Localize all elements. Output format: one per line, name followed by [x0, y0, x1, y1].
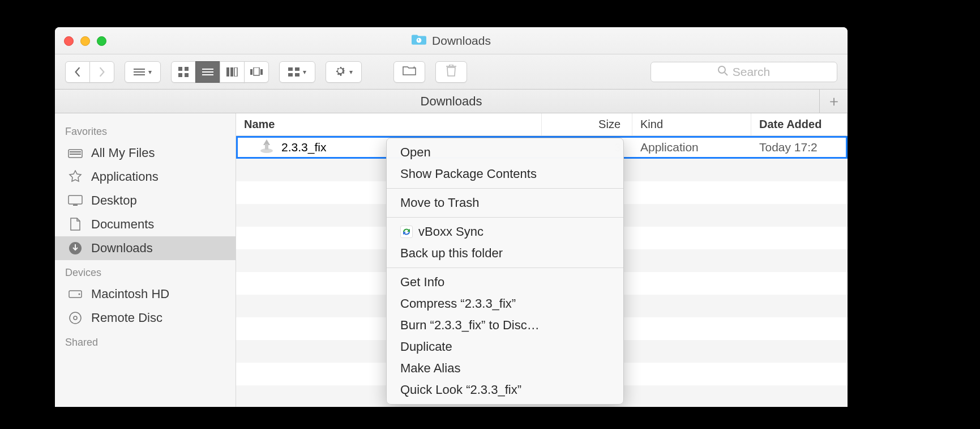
svg-line-23	[725, 73, 727, 75]
sidebar-item-downloads[interactable]: Downloads	[55, 236, 236, 260]
svg-point-32	[70, 312, 81, 324]
forward-button[interactable]	[89, 61, 114, 83]
sidebar-item-label: Documents	[91, 217, 154, 232]
svg-rect-6	[178, 73, 182, 77]
coverflow-view-button[interactable]	[244, 61, 269, 83]
all-my-files-icon	[67, 146, 83, 160]
svg-rect-19	[288, 73, 293, 77]
hard-drive-icon	[67, 287, 83, 301]
application-icon	[259, 138, 275, 157]
plus-icon: ＋	[827, 91, 841, 111]
search-field[interactable]: Search	[651, 62, 837, 82]
file-name: 2.3.3_fix	[281, 141, 326, 154]
traffic-lights	[64, 36, 106, 46]
sidebar-item-label: All My Files	[91, 146, 155, 160]
finder-window: Downloads ▾ ▾ ▾ +	[55, 27, 848, 407]
applications-icon	[67, 170, 83, 184]
sidebar-item-label: Macintosh HD	[91, 287, 169, 301]
zoom-button[interactable]	[97, 36, 106, 46]
share-dropdown[interactable]: ▾	[279, 61, 315, 83]
svg-rect-20	[295, 73, 299, 77]
column-view-button[interactable]	[220, 61, 245, 83]
column-date-added[interactable]: Date Added	[751, 113, 848, 135]
window-title: Downloads	[412, 33, 491, 48]
svg-rect-16	[260, 69, 263, 75]
list-view-button[interactable]	[195, 61, 220, 83]
svg-rect-17	[288, 67, 293, 71]
sidebar-item-all-my-files[interactable]: All My Files	[55, 141, 236, 165]
file-rows: 2.3.3_fix 3 Application Today 17:2	[236, 136, 848, 407]
chevron-down-icon: ▾	[148, 68, 152, 76]
svg-rect-4	[178, 67, 182, 71]
disc-icon	[67, 311, 83, 325]
menu-separator	[387, 267, 623, 268]
menu-vboxx-sync[interactable]: vBoxx Sync	[387, 221, 623, 243]
svg-rect-13	[234, 67, 237, 77]
folder-plus-icon: +	[403, 66, 416, 78]
menu-burn-to-disc[interactable]: Burn “2.3.3_fix” to Disc…	[387, 315, 623, 336]
arrange-dropdown[interactable]: ▾	[125, 61, 161, 83]
sync-icon	[400, 226, 413, 238]
menu-separator	[387, 217, 623, 218]
column-kind[interactable]: Kind	[632, 113, 751, 135]
file-list: Name Size Kind Date Added 2.3.3_fix 3 Ap…	[236, 113, 848, 407]
menu-separator	[387, 188, 623, 189]
svg-rect-5	[185, 67, 189, 71]
svg-rect-7	[185, 73, 189, 77]
sidebar-header-devices: Devices	[55, 260, 236, 282]
sidebar-item-label: Downloads	[91, 241, 153, 256]
svg-point-33	[74, 316, 77, 320]
desktop-icon	[67, 194, 83, 207]
sidebar-item-remote-disc[interactable]: Remote Disc	[55, 306, 236, 330]
svg-rect-15	[254, 67, 259, 75]
column-size[interactable]: Size	[542, 113, 632, 135]
svg-rect-26	[70, 154, 81, 155]
sidebar: Favorites All My Files Applications Desk…	[55, 113, 236, 407]
svg-rect-10	[202, 74, 213, 75]
svg-point-22	[718, 66, 725, 73]
column-name[interactable]: Name	[236, 113, 542, 135]
file-date: Today 17:2	[751, 141, 848, 154]
window-body: Favorites All My Files Applications Desk…	[55, 113, 848, 407]
trash-button[interactable]	[435, 61, 467, 83]
svg-point-31	[79, 294, 80, 295]
menu-get-info[interactable]: Get Info	[387, 271, 623, 293]
svg-rect-14	[250, 69, 253, 75]
svg-rect-27	[69, 196, 82, 204]
menu-duplicate[interactable]: Duplicate	[387, 336, 623, 358]
sidebar-item-desktop[interactable]: Desktop	[55, 189, 236, 213]
menu-back-up-folder[interactable]: Back up this folder	[387, 243, 623, 264]
sidebar-item-macintosh-hd[interactable]: Macintosh HD	[55, 282, 236, 306]
svg-rect-12	[230, 67, 233, 77]
sidebar-header-favorites: Favorites	[55, 119, 236, 141]
sidebar-item-applications[interactable]: Applications	[55, 165, 236, 189]
menu-quick-look[interactable]: Quick Look “2.3.3_fix”	[387, 379, 623, 401]
menu-open[interactable]: Open	[387, 142, 623, 163]
menu-compress[interactable]: Compress “2.3.3_fix”	[387, 293, 623, 315]
svg-rect-35	[265, 144, 268, 150]
search-icon	[718, 65, 728, 79]
action-dropdown[interactable]: ▾	[326, 61, 362, 83]
svg-rect-3	[134, 74, 145, 75]
sidebar-item-documents[interactable]: Documents	[55, 213, 236, 236]
svg-rect-2	[134, 71, 145, 73]
svg-text:+: +	[413, 66, 416, 70]
search-placeholder: Search	[733, 65, 771, 79]
close-button[interactable]	[64, 36, 74, 46]
svg-rect-28	[73, 205, 78, 206]
nav-buttons	[65, 61, 114, 83]
trash-icon	[446, 65, 456, 79]
menu-move-to-trash[interactable]: Move to Trash	[387, 192, 623, 214]
minimize-button[interactable]	[80, 36, 90, 46]
back-button[interactable]	[65, 61, 90, 83]
new-folder-button[interactable]: +	[393, 61, 425, 83]
downloads-icon	[67, 241, 83, 255]
add-tab-button[interactable]: ＋	[819, 90, 848, 113]
tab-downloads[interactable]: Downloads	[421, 94, 482, 109]
menu-show-package-contents[interactable]: Show Package Contents	[387, 163, 623, 185]
window-title-text: Downloads	[432, 34, 491, 48]
menu-make-alias[interactable]: Make Alias	[387, 358, 623, 379]
sidebar-header-shared: Shared	[55, 330, 236, 352]
sidebar-item-label: Remote Disc	[91, 311, 162, 325]
icon-view-button[interactable]	[171, 61, 196, 83]
